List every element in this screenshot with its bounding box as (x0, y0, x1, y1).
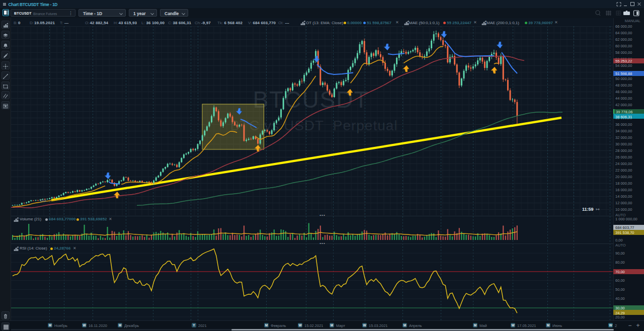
svg-text:BTCUSDT: BTCUSDT (253, 87, 369, 113)
